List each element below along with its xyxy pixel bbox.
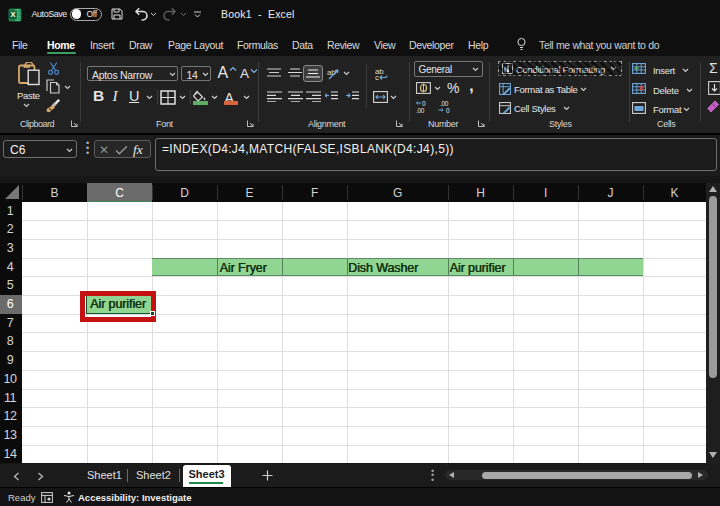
svg-text:X: X <box>10 10 15 19</box>
svg-text:.00: .00 <box>416 107 425 114</box>
svg-text:.00: .00 <box>440 100 449 107</box>
svg-text:0: 0 <box>446 107 450 114</box>
svg-text:c: c <box>375 73 379 80</box>
svg-text:0: 0 <box>422 100 426 107</box>
